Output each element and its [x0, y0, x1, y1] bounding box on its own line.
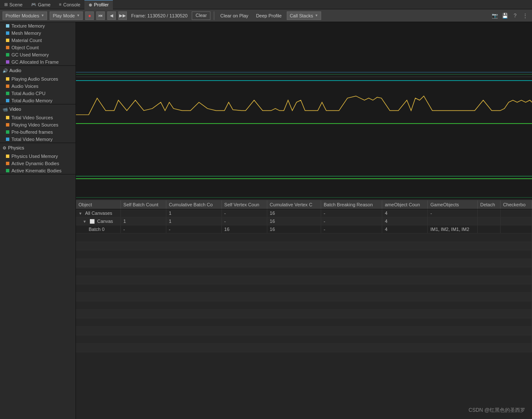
sidebar-item-gc-allocated[interactable]: GC Allocated In Frame	[0, 58, 76, 65]
sidebar-item-total-video-sources[interactable]: Total Video Sources	[0, 114, 76, 121]
canvas-bracket-icon: ⬜	[90, 219, 95, 224]
sidebar-item-audio-voices[interactable]: Audio Voices	[0, 82, 76, 90]
cell-detach	[477, 225, 500, 233]
tab-profiler[interactable]: ⊕ Profiler	[84, 0, 113, 9]
sidebar-item-label: Pre-buffered frames	[11, 129, 53, 135]
sidebar-item-total-video-memory[interactable]: Total Video Memory	[0, 135, 76, 143]
sidebar-item-total-audio-cpu[interactable]: Total Audio CPU	[0, 90, 76, 97]
audio-chart-panel	[76, 77, 532, 124]
sidebar-item-playing-video[interactable]: Playing Video Sources	[0, 121, 76, 128]
table-header-row: Object Self Batch Count Cumulative Batch…	[76, 200, 532, 209]
col-batch-break[interactable]: Batch Breaking Reason	[321, 200, 382, 209]
cell-self-vertex: -	[221, 217, 267, 225]
video-section: 📹 Video Total Video Sources Playing Vide…	[0, 104, 76, 143]
gc-used-memory-dot	[6, 53, 9, 56]
cell-obj-count: 4	[382, 225, 428, 233]
profiler-icon: ⊕	[89, 3, 92, 7]
video-section-header[interactable]: 📹 Video	[0, 104, 76, 114]
gc-allocated-dot	[6, 60, 9, 64]
col-cum-vertex[interactable]: Cumulative Vertex C	[267, 200, 321, 209]
toolbar-right-icons: 📷 💾 ? ⋮	[490, 11, 529, 20]
clear-label: Clear	[196, 13, 207, 18]
sidebar-item-label: GC Allocated In Frame	[11, 59, 59, 65]
step-back-button[interactable]: ◀	[107, 11, 116, 20]
sidebar-item-texture-memory[interactable]: Texture Memory	[0, 22, 76, 29]
sidebar-item-label: Total Video Sources	[11, 115, 53, 120]
audio-section-header[interactable]: 🔊 Audio	[0, 66, 76, 75]
table-row-empty	[76, 276, 532, 284]
physics-section: ⚙ Physics Physics Used Memory Active Dyn…	[0, 143, 76, 174]
table-row-empty	[76, 259, 532, 267]
audio-section: 🔊 Audio Playing Audio Sources Audio Voic…	[0, 66, 76, 104]
cell-batch-break: -	[321, 209, 382, 217]
play-mode-label: Play Mode	[53, 13, 75, 18]
pre-buffered-dot	[6, 130, 9, 134]
tab-console-label: Console	[63, 2, 80, 7]
table-row-empty	[76, 242, 532, 250]
toolbar: Profiler Modules ▼ Play Mode ▼ ● ⏮ ◀ ▶▶ …	[0, 9, 532, 22]
tab-console[interactable]: ≡ Console	[55, 0, 84, 9]
more-icon[interactable]: ⋮	[521, 11, 529, 20]
col-gameobjects[interactable]: GameObjects	[428, 200, 477, 209]
profiler-modules-dropdown[interactable]: Profiler Modules ▼	[3, 11, 47, 20]
sidebar-item-material-count[interactable]: Material Count	[0, 37, 76, 44]
col-obj-count[interactable]: ameObject Coun	[382, 200, 428, 209]
cell-cum-batch: 1	[166, 217, 222, 225]
sidebar-item-mesh-memory[interactable]: Mesh Memory	[0, 29, 76, 37]
physics-chart	[76, 179, 532, 200]
svg-rect-1	[76, 77, 532, 123]
cell-detach	[477, 217, 500, 225]
table-row[interactable]: ▼ ⬜ Canvas 1 1 - 16 - 4	[76, 217, 532, 225]
cell-self-batch: -	[120, 225, 166, 233]
col-checker[interactable]: Checkerbo	[500, 200, 532, 209]
svg-rect-0	[76, 22, 532, 76]
save-icon[interactable]: 💾	[501, 11, 509, 20]
cell-self-batch: 1	[120, 217, 166, 225]
table-row-empty	[76, 250, 532, 259]
screenshot-icon[interactable]: 📷	[490, 11, 499, 20]
rendering-section: Texture Memory Mesh Memory Material Coun…	[0, 22, 76, 66]
sidebar-item-playing-audio[interactable]: Playing Audio Sources	[0, 75, 76, 82]
expand-arrow-icon[interactable]: ▼	[83, 219, 87, 224]
col-object[interactable]: Object	[76, 200, 120, 209]
expand-arrow-icon[interactable]: ▼	[78, 211, 82, 216]
step-forward-button[interactable]: ▶▶	[118, 11, 127, 20]
profiler-table: Object Self Batch Count Cumulative Batch…	[76, 200, 532, 352]
sidebar-item-active-dynamic[interactable]: Active Dynamic Bodies	[0, 160, 76, 167]
clear-button[interactable]: Clear	[192, 11, 210, 20]
table-row[interactable]: ▼ All Canvases 1 - 16 - 4 -	[76, 209, 532, 217]
col-self-batch[interactable]: Self Batch Count	[120, 200, 166, 209]
sidebar-item-active-kinematic[interactable]: Active Kinematic Bodies	[0, 167, 76, 174]
deep-profile-button[interactable]: Deep Profile	[253, 12, 284, 19]
sidebar-item-label: Playing Audio Sources	[11, 76, 58, 82]
table-area[interactable]: Object Self Batch Count Cumulative Batch…	[76, 200, 532, 419]
skip-back-button[interactable]: ⏮	[96, 11, 105, 20]
total-audio-cpu-dot	[6, 92, 9, 95]
cell-self-vertex: -	[221, 209, 267, 217]
sidebar-item-total-audio-memory[interactable]: Total Audio Memory	[0, 97, 76, 104]
tab-scene[interactable]: ⊞ Scene	[0, 0, 27, 9]
record-button[interactable]: ●	[85, 11, 94, 20]
sidebar-item-label: Playing Video Sources	[11, 122, 58, 127]
help-icon[interactable]: ?	[511, 11, 519, 20]
physics-section-header[interactable]: ⚙ Physics	[0, 143, 76, 152]
sidebar-item-gc-used-memory[interactable]: GC Used Memory	[0, 51, 76, 58]
clear-on-play-button[interactable]: Clear on Play	[218, 12, 251, 19]
cell-cum-batch: 1	[166, 209, 222, 217]
table-row-empty	[76, 301, 532, 310]
sidebar-item-physics-used-memory[interactable]: Physics Used Memory	[0, 152, 76, 160]
col-detach[interactable]: Detach	[477, 200, 500, 209]
video-chart-panel	[76, 124, 532, 179]
call-stacks-dropdown[interactable]: Call Stacks ▼	[287, 11, 321, 20]
col-self-vertex[interactable]: Self Vertex Coun	[221, 200, 267, 209]
sidebar-item-pre-buffered[interactable]: Pre-buffered frames	[0, 128, 76, 135]
sidebar-item-label: Texture Memory	[11, 23, 45, 28]
table-row[interactable]: Batch 0 - - 16 16 - 4 IM1, IM2, IM1, IM2	[76, 225, 532, 233]
cell-object: ▼ All Canvases	[76, 209, 120, 217]
col-cum-batch[interactable]: Cumulative Batch Co	[166, 200, 222, 209]
sidebar-item-object-count[interactable]: Object Count	[0, 44, 76, 51]
active-dynamic-dot	[6, 162, 9, 165]
play-mode-dropdown[interactable]: Play Mode ▼	[50, 11, 83, 20]
tab-game[interactable]: 🎮 Game	[27, 0, 55, 9]
main-layout: Texture Memory Mesh Memory Material Coun…	[0, 22, 532, 419]
